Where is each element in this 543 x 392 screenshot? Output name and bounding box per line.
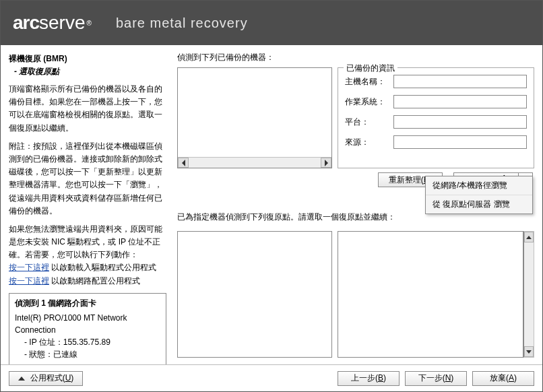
body: 裸機復原 (BMR) - 選取復原點 頂端窗格顯示所有已備份的機器以及各自的備份… (1, 45, 542, 364)
hostname-field[interactable] (393, 75, 527, 88)
left-para2: 附註：按預設，這裡僅列出從本機磁碟區偵測到的已備份機器。連接或卸除新的卸除式磁碟… (9, 140, 166, 218)
nic-status: - 狀態：已連線 (24, 348, 160, 360)
source-row: 來源： (345, 135, 527, 149)
left-para3-pre: 如果您無法瀏覽遠端共用資料夾，原因可能是您未安裝 NIC 驅動程式，或 IP 位… (9, 224, 162, 259)
source-label: 來源： (345, 137, 393, 148)
recovery-point-detail[interactable] (338, 231, 523, 358)
nic-status-label: - 狀態： (24, 350, 53, 359)
browse-menu-network-path[interactable]: 從網路/本機路徑瀏覽 (426, 176, 532, 195)
abort-button[interactable]: 放棄(A) (472, 371, 534, 386)
load-driver-link[interactable]: 按一下這裡 (9, 263, 49, 272)
machines-listbox[interactable] (177, 67, 332, 168)
brand-light: serve (39, 12, 85, 34)
scroll-right-icon[interactable] (321, 158, 331, 168)
machines-listbox-content (178, 68, 331, 157)
nic-status-value: 已連線 (53, 350, 77, 359)
h-scroll-track[interactable] (189, 158, 321, 168)
header-subtitle: bare metal recovery (116, 15, 248, 31)
hostname-label: 主機名稱： (345, 76, 393, 88)
browse-menu-rps[interactable]: 從 復原點伺服器 瀏覽 (426, 195, 532, 214)
scroll-left-icon[interactable] (178, 158, 189, 168)
h-scrollbar[interactable] (178, 157, 331, 168)
v-scroll-track[interactable] (524, 242, 534, 346)
lower-row (177, 231, 534, 358)
detected-label: 偵測到下列已備份的機器： (177, 52, 534, 63)
bmr-window: arcserve® bare metal recovery 裸機復原 (BMR)… (0, 0, 543, 392)
recovery-point-detail-wrap (338, 231, 534, 358)
nic-ip: - IP 位址：155.35.75.89 (24, 336, 160, 348)
left-title: 裸機復原 (BMR) (9, 53, 166, 65)
recovery-points-list[interactable] (177, 231, 332, 358)
os-row: 作業系統： (345, 95, 527, 108)
os-field[interactable] (393, 95, 527, 108)
scroll-up-icon[interactable] (524, 232, 534, 242)
backup-info-title: 已備份的資訊 (344, 63, 397, 74)
next-button[interactable]: 下一步(N) (405, 371, 467, 386)
left-para3: 如果您無法瀏覽遠端共用資料夾，原因可能是您未安裝 NIC 驅動程式，或 IP 位… (9, 223, 166, 288)
hostname-row: 主機名稱： (345, 75, 527, 88)
brand-logo: arcserve® (13, 12, 92, 34)
platform-label: 平台： (345, 117, 393, 128)
chevron-up-icon (18, 377, 25, 381)
backup-info-group: 已備份的資訊 主機名稱： 作業系統： 平台： 來源： (338, 67, 534, 168)
nic-ip-value: 155.35.75.89 (63, 337, 110, 347)
nic-box: 偵測到 1 個網路介面卡 Intel(R) PRO/1000 MT Networ… (9, 293, 166, 364)
right-pane: 偵測到下列已備份的機器： 已備份的資訊 主機名稱： (173, 45, 542, 364)
top-row: 已備份的資訊 主機名稱： 作業系統： 平台： 來源： (177, 67, 534, 168)
scroll-down-icon[interactable] (524, 346, 534, 357)
nic-title: 偵測到 1 個網路介面卡 (15, 298, 160, 309)
left-pane: 裸機復原 (BMR) - 選取復原點 頂端窗格顯示所有已備份的機器以及各自的備份… (1, 45, 173, 364)
brand-strong: arc (13, 12, 39, 34)
source-field[interactable] (393, 135, 527, 149)
os-label: 作業系統： (345, 96, 393, 108)
utilities-button[interactable]: 公用程式(U) (9, 371, 83, 386)
v-scrollbar[interactable] (523, 231, 534, 358)
left-subtitle: - 選取復原點 (9, 66, 166, 77)
left-para1: 頂端窗格顯示所有已備份的機器以及各自的備份目標。如果您在一部機器上按一下，您可以… (9, 83, 166, 135)
network-config-link[interactable]: 按一下這裡 (9, 276, 49, 286)
nic-adapter-name: Intel(R) PRO/1000 MT Network Connection (15, 312, 160, 336)
back-button[interactable]: 上一步(B) (338, 371, 400, 386)
browse-menu: 從網路/本機路徑瀏覽 從 復原點伺服器 瀏覽 (425, 176, 533, 214)
header: arcserve® bare metal recovery (1, 1, 542, 45)
platform-row: 平台： (345, 115, 527, 129)
load-driver-rest: 以啟動載入驅動程式公用程式 (49, 263, 156, 272)
platform-field[interactable] (393, 115, 527, 129)
network-config-rest: 以啟動網路配置公用程式 (49, 276, 140, 286)
registered-mark: ® (87, 20, 92, 27)
footer: 公用程式(U) 上一步(B) 下一步(N) 放棄(A) (1, 364, 542, 391)
nic-ip-label: - IP 位址： (24, 337, 63, 347)
